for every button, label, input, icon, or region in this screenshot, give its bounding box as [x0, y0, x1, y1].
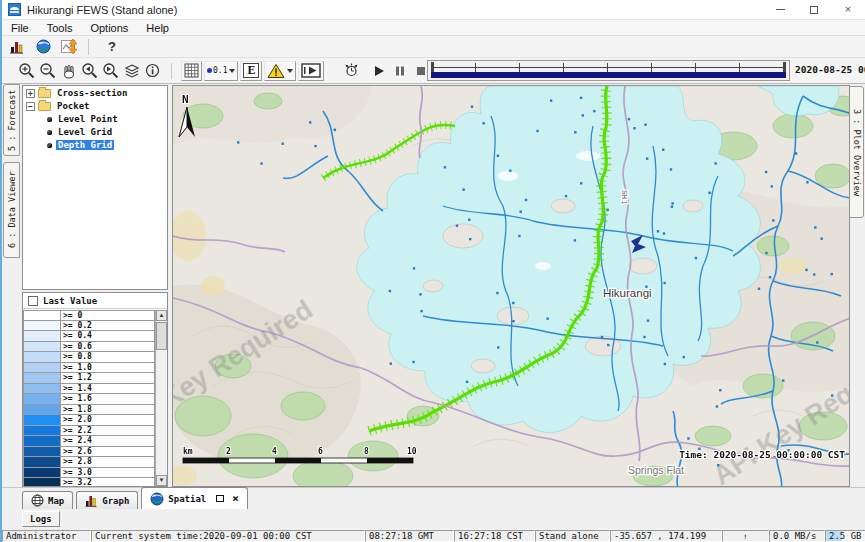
menu-file[interactable]: File [2, 22, 38, 34]
legend-class-label: >= 1.8 [61, 405, 155, 416]
time-slider[interactable] [427, 60, 790, 81]
scroll-down-icon[interactable]: ▼ [156, 475, 167, 486]
class-break-value: 0.1 [213, 66, 227, 75]
info-button[interactable] [142, 61, 163, 81]
pause-button[interactable] [389, 61, 410, 81]
color-swatch [23, 394, 61, 405]
color-swatch [23, 478, 61, 486]
expand-icon[interactable]: + [26, 89, 35, 98]
database-chart-icon[interactable] [6, 38, 28, 56]
class-break-dot-icon [207, 68, 212, 73]
status-memory: 2.5 GB [825, 530, 865, 542]
menu-help[interactable]: Help [137, 22, 178, 34]
time-tick [739, 63, 740, 72]
time-slider-track [433, 67, 784, 68]
legend-row: >= 2.6 [23, 447, 155, 458]
menu-bar: File Tools Options Help [2, 20, 865, 36]
right-dock-strip: 3 : Plot Overview [848, 84, 865, 487]
legend-scrollbar[interactable]: ▲ ▼ [155, 310, 167, 486]
status-warning-cell[interactable] [722, 530, 769, 542]
tree-item-cross-section[interactable]: + Cross-section [23, 87, 167, 99]
application-window: Hikurangi FEWS (Stand alone) × File Tool… [0, 0, 865, 542]
zoom-in-button[interactable] [16, 61, 37, 81]
road-label: SH 1 [621, 190, 628, 205]
animation-panel-button[interactable] [298, 61, 324, 81]
minimize-icon [776, 9, 785, 10]
legend-toggle-button[interactable]: E [240, 61, 262, 81]
legend-class-label: >= 0.2 [61, 321, 155, 332]
tab-forecast[interactable]: 5 : Forecast [3, 84, 20, 156]
globe-icon[interactable] [32, 38, 54, 56]
map-viewport[interactable]: API Key Required API Key Required Hikura… [172, 85, 850, 487]
maximize-button[interactable] [797, 0, 831, 19]
map-canvas: API Key Required API Key Required Hikura… [173, 86, 850, 487]
scroll-up-icon[interactable]: ▲ [156, 310, 167, 321]
tab-map[interactable]: Map [22, 491, 73, 509]
tab-data-viewer[interactable]: 6 : Data Viewer [3, 162, 20, 258]
logs-button[interactable]: Logs [22, 511, 60, 527]
color-swatch [23, 352, 61, 363]
pan-hand-button[interactable] [58, 61, 79, 81]
tree-item-level-point[interactable]: Level Point [23, 113, 167, 125]
time-tick [563, 63, 564, 72]
tree-label-selected: Depth Grid [56, 140, 114, 150]
tree-item-depth-grid[interactable]: Depth Grid [23, 139, 167, 151]
class-break-dropdown[interactable]: 0.1 [204, 61, 238, 81]
layers-button[interactable] [121, 61, 142, 81]
tab-graph[interactable]: Graph [76, 491, 138, 509]
layer-tree: + Cross-section − Pocket Level Point Lev… [22, 85, 168, 290]
zoom-next-button[interactable] [100, 61, 121, 81]
menu-tools[interactable]: Tools [38, 22, 82, 34]
chevron-down-icon [287, 69, 293, 73]
tab-spatial[interactable]: Spatial × [141, 487, 248, 509]
main-toolbar: ? [2, 36, 865, 58]
zoom-previous-button[interactable] [79, 61, 100, 81]
color-swatch [23, 447, 61, 458]
menu-options[interactable]: Options [81, 22, 137, 34]
bar-chart-icon [85, 494, 98, 507]
grid-display-button[interactable] [181, 61, 202, 81]
last-value-checkbox[interactable] [28, 296, 38, 306]
color-swatch [23, 310, 61, 321]
warning-dropdown[interactable] [264, 61, 296, 81]
tab-close-icon[interactable]: × [232, 493, 239, 504]
legend-row: >= 2.4 [23, 436, 155, 447]
status-user: Administrator [2, 530, 91, 542]
legend-row: >= 0.6 [23, 342, 155, 353]
folder-icon [38, 102, 51, 111]
legend-row: >= 2.0 [23, 415, 155, 426]
time-adjust-button[interactable] [341, 61, 362, 81]
minimize-button[interactable] [763, 0, 797, 19]
time-tick [519, 63, 520, 72]
status-gmt-time: 08:27:18 GMT [365, 530, 454, 542]
zoom-out-button[interactable] [37, 61, 58, 81]
close-button[interactable]: × [831, 0, 865, 19]
tab-plot-overview[interactable]: 3 : Plot Overview [849, 86, 864, 218]
scroll-thumb[interactable] [156, 322, 167, 350]
color-swatch [23, 405, 61, 416]
tree-label: Level Point [56, 114, 120, 124]
legend-class-label: >= 0.8 [61, 352, 155, 363]
help-button[interactable]: ? [101, 38, 123, 56]
play-button[interactable] [368, 61, 389, 81]
color-swatch [23, 373, 61, 384]
globe-icon [150, 492, 164, 506]
legend-class-label: >= 2.0 [61, 415, 155, 426]
collapse-icon[interactable]: − [26, 102, 35, 111]
color-swatch [23, 426, 61, 437]
warning-icon [740, 531, 750, 542]
close-icon: × [845, 4, 851, 15]
legend-classes: >= 0 >= 0.2 >= 0.4 >= 0.6 >= 0.8 >= 1.0 … [23, 310, 155, 486]
status-transfer-rate: 0.0 MB/s [769, 530, 825, 542]
tree-item-pocket[interactable]: − Pocket [23, 100, 167, 112]
color-swatch [23, 468, 61, 479]
time-tick [651, 63, 652, 72]
current-time-label: 2020-08-25 00:00:00 CST [795, 64, 865, 75]
tree-item-level-grid[interactable]: Level Grid [23, 126, 167, 138]
color-swatch [23, 457, 61, 468]
legend-row: >= 0.4 [23, 331, 155, 342]
timeseries-edit-icon[interactable] [58, 38, 80, 56]
logs-row: Logs [2, 509, 865, 530]
tab-maximize-icon[interactable] [216, 495, 224, 502]
time-adjust-icon [343, 62, 360, 79]
